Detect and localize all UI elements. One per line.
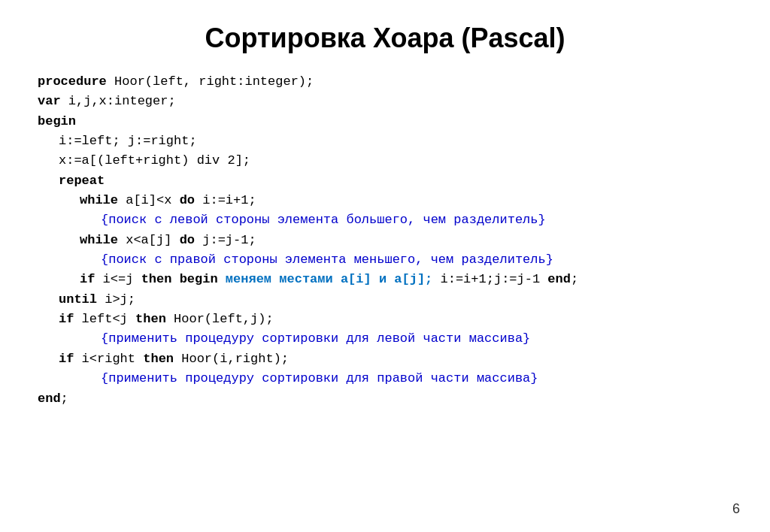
code-line-10: {поиск с правой стороны элемента меньшег… [38,250,732,270]
code-line-7: while a[i]<x do i:=i+1; [38,191,732,210]
kw-then-1: then [141,272,172,286]
comment-right-part: {применить процедуру сортировки для прав… [101,371,538,385]
code-line-6: repeat [38,171,732,191]
kw-if-3: if [59,352,74,366]
comment-left-search: {поиск с левой стороны элемента большего… [101,213,546,227]
code-line-11: if i<=j then begin меняем местами a[i] и… [38,270,732,289]
code-line-12: until i>j; [38,290,732,310]
kw-while-1: while [80,193,118,207]
comment-left-part: {применить процедуру сортировки для лево… [101,331,530,346]
kw-end-2: end [547,272,571,286]
code-line-4: i:=left; j:=right; [38,131,732,151]
code-line-2: var i,j,x:integer; [38,92,732,111]
code-line-9: while x<a[j] do j:=j-1; [38,231,732,250]
kw-begin-2: begin [180,272,218,286]
kw-then-3: then [143,352,174,366]
code-line-1: procedure Hoor(left, right:integer); [38,72,732,92]
slide-title: Сортировка Хоара (Pascal) [38,23,732,54]
kw-do-1: do [180,193,195,207]
kw-procedure: procedure [38,74,107,89]
code-line-13: if left<j then Hoor(left,j); [38,310,732,329]
kw-do-2: do [180,233,195,247]
highlight-swap: меняем местами a[i] и a[j]; [226,272,432,286]
kw-if-2: if [59,312,74,326]
code-line-14: {применить процедуру сортировки для лево… [38,329,732,349]
kw-begin: begin [38,114,76,128]
page-number: 6 [732,501,740,517]
code-line-17: end; [38,389,732,409]
kw-var: var [38,94,61,108]
code-line-5: x:=a[(left+right) div 2]; [38,151,732,171]
kw-if-1: if [80,272,95,286]
comment-right-search: {поиск с правой стороны элемента меньшег… [101,252,553,267]
kw-while-2: while [80,233,118,247]
kw-repeat: repeat [59,174,105,188]
code-block: procedure Hoor(left, right:integer); var… [38,72,732,409]
code-line-3: begin [38,112,732,131]
slide-container: Сортировка Хоара (Pascal) procedure Hoor… [0,0,770,532]
code-line-8: {поиск с левой стороны элемента большего… [38,210,732,230]
code-line-16: {применить процедуру сортировки для прав… [38,369,732,388]
kw-then-2: then [135,312,166,326]
kw-until: until [59,292,97,307]
kw-end-main: end [38,391,61,406]
code-line-15: if i<right then Hoor(i,right); [38,349,732,369]
